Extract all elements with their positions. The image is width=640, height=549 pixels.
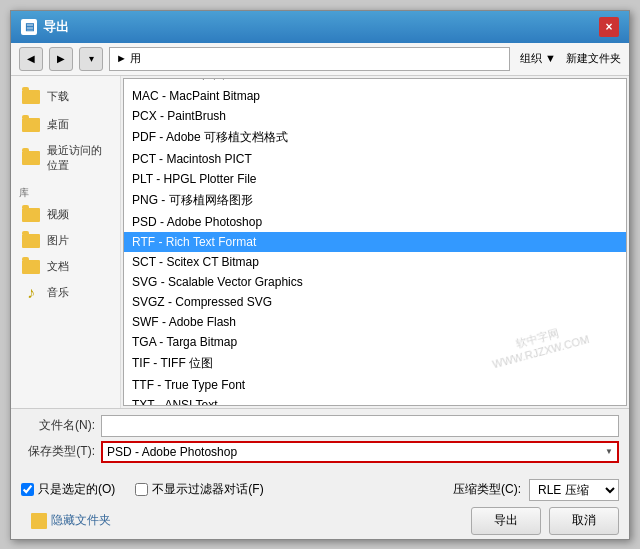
sidebar-item-music[interactable]: ♪ 音乐: [15, 280, 116, 306]
sidebar-label-documents: 文档: [47, 259, 69, 274]
filetype-row: 保存类型(T): PSD - Adobe Photoshop ▼: [21, 441, 619, 463]
organize-button[interactable]: 组织 ▼: [520, 51, 556, 66]
list-item-13[interactable]: SWF - Adobe Flash: [124, 312, 626, 332]
sidebar-item-documents[interactable]: 文档: [15, 254, 116, 280]
list-item-11[interactable]: SVG - Scalable Vector Graphics: [124, 272, 626, 292]
compress-select[interactable]: RLE 压缩: [529, 479, 619, 501]
list-item-16[interactable]: TTF - True Type Font: [124, 375, 626, 395]
filename-label: 文件名(N):: [21, 417, 101, 434]
library-label: 库: [15, 184, 116, 202]
cancel-button[interactable]: 取消: [549, 507, 619, 535]
folder-icon: [21, 87, 41, 107]
sidebar-label-pictures: 图片: [47, 233, 69, 248]
list-item-6[interactable]: PLT - HPGL Plotter File: [124, 169, 626, 189]
main-area: 下载 桌面 最近访问的位置 库 视频: [11, 76, 629, 408]
title-bar-left: ▤ 导出: [21, 18, 69, 36]
back-button[interactable]: ◀: [19, 47, 43, 71]
path-display: ► 用: [109, 47, 510, 71]
forward-button[interactable]: ▶: [49, 47, 73, 71]
filetype-select-container: PSD - Adobe Photoshop ▼: [101, 441, 619, 463]
compress-row: 压缩类型(C): RLE 压缩: [453, 479, 619, 501]
folder-icon: [21, 257, 41, 277]
list-item-1[interactable]: JPG - JPEG 位图: [124, 78, 626, 86]
options-row: 只是选定的(O) 不显示过滤器对话(F) 压缩类型(C): RLE 压缩: [11, 479, 629, 501]
folder-icon: [21, 205, 41, 225]
button-row: 隐藏文件夹 导出 取消: [11, 501, 629, 539]
sidebar-item-pictures[interactable]: 图片: [15, 228, 116, 254]
music-icon: ♪: [21, 283, 41, 303]
folder-icon: [21, 231, 41, 251]
dialog-title: 导出: [43, 18, 69, 36]
filetype-label: 保存类型(T):: [21, 443, 101, 460]
dropdown-arrow-icon: ▼: [605, 447, 613, 456]
new-folder-button[interactable]: 新建文件夹: [566, 51, 621, 66]
sidebar-item-download[interactable]: 下载: [15, 84, 116, 110]
sidebar-item-recent[interactable]: 最近访问的位置: [15, 140, 116, 176]
filetype-select[interactable]: PSD - Adobe Photoshop ▼: [101, 441, 619, 463]
list-item-3[interactable]: PCX - PaintBrush: [124, 106, 626, 126]
toolbar: ◀ ▶ ▾ ► 用 组织 ▼ 新建文件夹: [11, 43, 629, 76]
filename-input[interactable]: [101, 415, 619, 437]
dropdown-button[interactable]: ▾: [79, 47, 103, 71]
filetype-value: PSD - Adobe Photoshop: [107, 445, 237, 459]
export-button[interactable]: 导出: [471, 507, 541, 535]
list-item-4[interactable]: PDF - Adobe 可移植文档格式: [124, 126, 626, 149]
content-area: JP2 - JPEG 2000 位图JPG - JPEG 位图MAC - Mac…: [121, 76, 629, 408]
close-button[interactable]: ×: [599, 17, 619, 37]
no-filter-label: 不显示过滤器对话(F): [152, 481, 263, 498]
library-section: 库 视频 图片 文档: [15, 184, 116, 306]
list-item-2[interactable]: MAC - MacPaint Bitmap: [124, 86, 626, 106]
list-item-10[interactable]: SCT - Scitex CT Bitmap: [124, 252, 626, 272]
compress-label: 压缩类型(C):: [453, 481, 521, 498]
hide-folder-label: 隐藏文件夹: [51, 512, 111, 529]
list-item-14[interactable]: TGA - Targa Bitmap: [124, 332, 626, 352]
title-bar: ▤ 导出 ×: [11, 11, 629, 43]
list-item-5[interactable]: PCT - Macintosh PICT: [124, 149, 626, 169]
sidebar-label-desktop: 桌面: [47, 117, 69, 132]
only-selected-checkbox[interactable]: [21, 483, 34, 496]
filename-row: 文件名(N):: [21, 415, 619, 437]
list-item-12[interactable]: SVGZ - Compressed SVG: [124, 292, 626, 312]
list-item-7[interactable]: PNG - 可移植网络图形: [124, 189, 626, 212]
list-item-15[interactable]: TIF - TIFF 位图: [124, 352, 626, 375]
only-selected-option[interactable]: 只是选定的(O): [21, 481, 115, 498]
only-selected-label: 只是选定的(O): [38, 481, 115, 498]
list-item-8[interactable]: PSD - Adobe Photoshop: [124, 212, 626, 232]
dialog-icon: ▤: [21, 19, 37, 35]
no-filter-option[interactable]: 不显示过滤器对话(F): [135, 481, 263, 498]
file-type-list[interactable]: JP2 - JPEG 2000 位图JPG - JPEG 位图MAC - Mac…: [123, 78, 627, 406]
sidebar-label-recent: 最近访问的位置: [47, 143, 110, 173]
sidebar-label-music: 音乐: [47, 285, 69, 300]
sidebar-item-video[interactable]: 视频: [15, 202, 116, 228]
list-item-9[interactable]: RTF - Rich Text Format: [124, 232, 626, 252]
folder-icon: [21, 148, 41, 168]
sidebar-label-video: 视频: [47, 207, 69, 222]
no-filter-checkbox[interactable]: [135, 483, 148, 496]
hide-folder-icon: [31, 513, 47, 529]
list-item-17[interactable]: TXT - ANSI Text: [124, 395, 626, 406]
export-dialog: ▤ 导出 × ◀ ▶ ▾ ► 用 组织 ▼ 新建文件夹 下载 桌面: [10, 10, 630, 540]
sidebar: 下载 桌面 最近访问的位置 库 视频: [11, 76, 121, 408]
hide-folder-item[interactable]: 隐藏文件夹: [21, 507, 121, 535]
folder-icon: [21, 115, 41, 135]
sidebar-label-download: 下载: [47, 89, 69, 104]
sidebar-item-desktop[interactable]: 桌面: [15, 112, 116, 138]
bottom-form: 文件名(N): 保存类型(T): PSD - Adobe Photoshop ▼: [11, 408, 629, 473]
